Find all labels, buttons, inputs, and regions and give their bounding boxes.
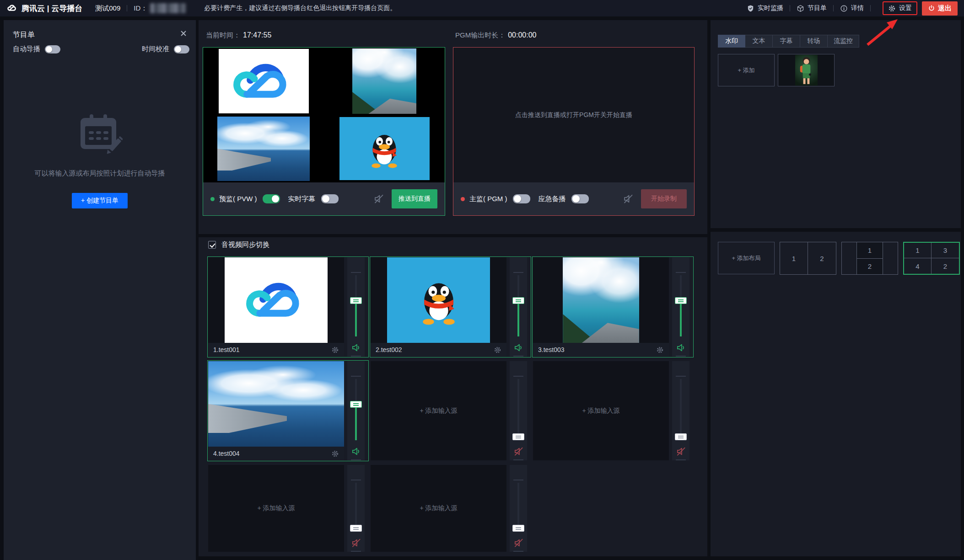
volume-slider[interactable] <box>355 483 357 532</box>
pgm-label: 主监( PGM ) <box>469 195 507 203</box>
tab-transition[interactable]: 转场 <box>800 35 828 48</box>
create-playlist-button[interactable]: + 创建节目单 <box>72 193 128 208</box>
auto-cast-toggle[interactable] <box>45 45 60 53</box>
slider-tick <box>513 272 523 273</box>
add-source-area[interactable]: + 添加输入源 <box>371 361 506 460</box>
source-4-label-bar: 4.test004 <box>208 447 344 460</box>
volume-slider[interactable] <box>517 275 519 336</box>
source-4-thumbnail[interactable] <box>208 361 344 447</box>
settings-button[interactable]: 设置 <box>888 4 912 12</box>
volume-slider-handle[interactable] <box>350 297 362 304</box>
source-3-thumbnail[interactable] <box>533 257 669 343</box>
av-sync-checkbox[interactable] <box>208 241 216 249</box>
source-tile-1[interactable]: 1.test001 <box>208 257 368 357</box>
pgm-audio-muted-icon[interactable] <box>623 193 634 204</box>
gear-icon[interactable] <box>331 450 339 458</box>
volume-slider[interactable] <box>680 275 682 336</box>
detail-label: 详情 <box>851 4 864 12</box>
add-source-area[interactable]: + 添加输入源 <box>533 361 669 460</box>
speaker-on-icon[interactable] <box>351 443 361 459</box>
detail-button[interactable]: 详情 <box>840 4 864 12</box>
time-calibration-toggle[interactable] <box>174 45 189 53</box>
source-tile-3[interactable]: 3.test003 <box>533 257 693 357</box>
playlist-button[interactable]: 节目单 <box>797 4 827 12</box>
playlist-sidebar: 节目单 自动导播 时间校准 可以将输入源或布局按照计划进行自动导播 + 创建节目… <box>4 20 196 560</box>
backup-toggle[interactable] <box>571 194 589 203</box>
layout-stacked-center[interactable]: 1 2 <box>841 242 898 275</box>
layout-two-column[interactable]: 1 2 <box>780 242 836 275</box>
gear-icon[interactable] <box>656 346 664 354</box>
exit-button[interactable]: 退出 <box>922 1 958 16</box>
speaker-on-icon[interactable] <box>676 339 686 356</box>
volume-slider-handle[interactable] <box>512 525 524 532</box>
pgm-status-dot <box>461 197 465 201</box>
volume-slider-handle[interactable] <box>512 297 524 304</box>
volume-slider-handle[interactable] <box>350 401 362 408</box>
volume-slider[interactable] <box>680 379 682 440</box>
close-icon[interactable] <box>180 30 187 37</box>
source-tile-2[interactable]: 2.test002 <box>371 257 530 357</box>
add-watermark-button[interactable]: + 添加 <box>718 54 775 86</box>
source-cloud-logo-image <box>219 49 309 113</box>
source-pier-image <box>208 361 344 447</box>
pvw-control-bar: 预监( PVW ) 实时字幕 推送到直播 <box>203 182 445 215</box>
speaker-on-icon[interactable] <box>513 339 524 356</box>
source-1-thumbnail[interactable] <box>208 257 344 343</box>
slider-tick <box>351 459 361 460</box>
source-name: 2.test002 <box>376 346 402 353</box>
brand: 腾讯云 | 云导播台 <box>6 3 82 14</box>
top-bar: 腾讯云 | 云导播台 测试009 ID： 必要计费产生，建议通过右侧导播台红色退… <box>0 0 964 16</box>
add-source-label: + 添加输入源 <box>257 504 295 512</box>
volume-slider[interactable] <box>517 483 519 532</box>
layout-grid-2x2-active[interactable]: 1 3 4 2 <box>903 242 960 275</box>
add-source-tile[interactable]: + 添加输入源 <box>533 361 693 460</box>
pgm-toggle[interactable] <box>513 194 530 203</box>
push-to-live-button[interactable]: 推送到直播 <box>392 189 437 208</box>
source-3-volume-column <box>672 257 689 357</box>
tab-text[interactable]: 文本 <box>745 35 773 48</box>
pgm-monitor: 点击推送到直播或打开PGM开关开始直播 主监( PGM ) 应急备播 开始录制 <box>453 47 695 216</box>
source-tile-4[interactable]: 4.test004 <box>208 361 368 460</box>
add-source-tile[interactable]: + 添加输入源 <box>371 465 530 552</box>
tab-watermark[interactable]: 水印 <box>718 35 745 48</box>
speaker-muted-icon[interactable] <box>513 534 524 551</box>
slider-tick <box>351 376 361 377</box>
tab-stream-monitor[interactable]: 流监控 <box>828 35 859 48</box>
speaker-on-icon[interactable] <box>351 339 361 356</box>
auto-cast-label: 自动导播 <box>13 45 40 53</box>
add-source-label: + 添加输入源 <box>420 504 457 512</box>
add-layout-button[interactable]: + 添加布局 <box>718 242 775 274</box>
source-sky-image <box>352 48 416 114</box>
pvw-toggle[interactable] <box>263 194 280 203</box>
speaker-muted-icon[interactable] <box>513 443 524 459</box>
live-monitor-button[interactable]: 实时监播 <box>747 4 783 12</box>
tab-subtitle[interactable]: 字幕 <box>773 35 800 48</box>
watermark-list: + 添加 <box>718 54 835 86</box>
source-sky-image <box>563 257 639 343</box>
add-source-tile[interactable]: + 添加输入源 <box>371 361 530 460</box>
watermark-item[interactable] <box>778 54 835 86</box>
volume-slider-handle[interactable] <box>675 433 687 440</box>
source-2-thumbnail[interactable] <box>371 257 506 343</box>
pvw-audio-muted-icon[interactable] <box>373 193 384 204</box>
speaker-muted-icon[interactable] <box>351 534 361 551</box>
volume-slider[interactable] <box>355 275 357 336</box>
subtitle-toggle[interactable] <box>321 194 339 203</box>
add-source-area[interactable]: + 添加输入源 <box>371 465 506 552</box>
add-source-tile[interactable]: + 添加输入源 <box>208 465 368 552</box>
gear-icon[interactable] <box>494 346 501 354</box>
layout-cell: 1 <box>904 243 932 258</box>
volume-slider-handle[interactable] <box>350 525 362 532</box>
volume-slider-handle[interactable] <box>512 433 524 440</box>
gear-icon[interactable] <box>331 346 339 354</box>
volume-column <box>510 465 527 552</box>
tencent-cloud-logo-image <box>229 57 298 105</box>
pvw-label: 预监( PVW ) <box>219 195 257 203</box>
start-record-button[interactable]: 开始录制 <box>641 189 687 208</box>
speaker-muted-icon[interactable] <box>676 443 686 459</box>
volume-slider[interactable] <box>355 379 357 440</box>
volume-slider[interactable] <box>517 379 519 440</box>
volume-slider-handle[interactable] <box>675 297 687 304</box>
source-1-volume-column <box>347 257 365 357</box>
add-source-area[interactable]: + 添加输入源 <box>208 465 344 552</box>
